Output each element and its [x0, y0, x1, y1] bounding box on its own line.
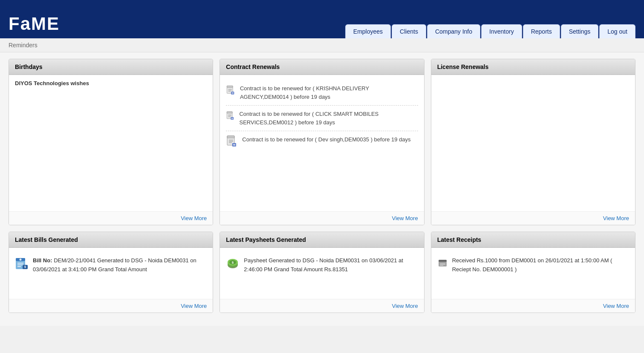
svg-rect-13 — [231, 117, 234, 120]
renewal-text-3: Contract is to be renewed for ( Dev sing… — [242, 135, 410, 144]
latest-bills-title: Latest Bills Generated — [15, 236, 78, 243]
renewal-doc-icon-1 — [226, 84, 236, 96]
nav-clients[interactable]: Clients — [392, 24, 426, 38]
bill-item-1: $ Bill No: DEM/20-21/0041 Generated to D… — [15, 253, 207, 278]
svg-rect-21 — [232, 143, 236, 146]
renewal-text-2: Contract is to be renewed for ( CLICK SM… — [239, 110, 418, 126]
contract-renewals-body: Contract is to be renewed for ( KRISHNA … — [220, 75, 424, 211]
renewal-text-1: Contract is to be renewed for ( KRISHNA … — [240, 84, 418, 101]
bill-text-1: Bill No: DEM/20-21/0041 Generated to DSG… — [33, 256, 207, 274]
latest-receipts-body: Received Rs.1000 from DEM0001 on 26/01/2… — [431, 248, 635, 299]
contract-renewals-title: Contract Renewals — [226, 63, 280, 70]
receipt-value: Received Rs.1000 from DEM0001 on 26/01/2… — [452, 257, 612, 273]
latest-bills-body: $ Bill No: DEM/20-21/0041 Generated to D… — [9, 248, 213, 299]
paysheet-item-1: $ Paysheet Generated to DSG - Noida DEM0… — [226, 253, 418, 278]
latest-bills-header: Latest Bills Generated — [9, 232, 213, 248]
nav-settings[interactable]: Settings — [561, 24, 599, 38]
renewal-doc-icon-3 — [226, 135, 238, 147]
bottom-cards-row: Latest Bills Generated $ Bill — [9, 232, 635, 313]
license-renewals-header: License Renewals — [431, 59, 635, 75]
license-renewals-footer: View More — [431, 211, 635, 225]
nav-inventory[interactable]: Inventory — [481, 24, 522, 38]
latest-receipts-title: Latest Receipts — [437, 236, 481, 243]
nav-reports[interactable]: Reports — [523, 24, 560, 38]
license-renewals-view-more[interactable]: View More — [603, 215, 629, 221]
receipt-icon — [437, 256, 448, 270]
top-cards-row: Birthdays DIYOS Technologies wishes View… — [9, 59, 635, 225]
latest-paysheets-view-more[interactable]: View More — [392, 303, 418, 309]
svg-rect-38 — [439, 260, 447, 262]
latest-bills-view-more[interactable]: View More — [181, 303, 207, 309]
license-renewals-title: License Renewals — [437, 63, 489, 70]
latest-paysheets-header: Latest Paysheets Generated — [220, 232, 424, 248]
birthdays-view-more[interactable]: View More — [181, 215, 207, 221]
contract-renewals-footer: View More — [220, 211, 424, 225]
birthdays-card-body: DIYOS Technologies wishes — [9, 75, 213, 211]
latest-receipts-view-more[interactable]: View More — [603, 303, 629, 309]
bill-icon: $ — [15, 256, 29, 270]
birthday-body-text: DIYOS Technologies wishes — [15, 80, 207, 86]
paysheet-text-1: Paysheet Generated to DSG - Noida DEM003… — [244, 256, 418, 274]
license-renewals-card: License Renewals View More — [431, 59, 635, 225]
birthdays-card: Birthdays DIYOS Technologies wishes View… — [9, 59, 213, 225]
bill-value: DEM/20-21/0041 Generated to DSG - Noida … — [33, 257, 196, 273]
latest-paysheets-body: $ Paysheet Generated to DSG - Noida DEM0… — [220, 248, 424, 299]
latest-receipts-header: Latest Receipts — [431, 232, 635, 248]
receipt-text-1: Received Rs.1000 from DEM0001 on 26/01/2… — [452, 256, 629, 274]
license-renewals-body — [431, 75, 635, 211]
contract-renewals-view-more[interactable]: View More — [392, 215, 418, 221]
main-nav: Employees Clients Company Info Inventory… — [344, 24, 635, 38]
renewal-item-2: Contract is to be renewed for ( CLICK SM… — [226, 106, 418, 131]
latest-paysheets-footer: View More — [220, 299, 424, 313]
svg-rect-9 — [227, 112, 233, 113]
renewal-item-3: Contract is to be renewed for ( Dev sing… — [226, 131, 418, 152]
latest-receipts-footer: View More — [431, 299, 635, 313]
nav-employees[interactable]: Employees — [345, 24, 391, 38]
latest-bills-card: Latest Bills Generated $ Bill — [9, 232, 213, 313]
birthdays-card-footer: View More — [9, 211, 213, 225]
svg-rect-1 — [227, 86, 233, 88]
reminders-section-label: Reminders — [0, 38, 644, 52]
latest-paysheets-card: Latest Paysheets Generated $ Paysheet Ge… — [219, 232, 424, 313]
svg-rect-5 — [231, 92, 234, 94]
svg-rect-17 — [227, 136, 234, 138]
paysheet-value: Paysheet Generated to DSG - Noida DEM003… — [244, 257, 403, 273]
contract-renewals-card: Contract Renewals Contract is to be rene — [219, 59, 424, 225]
header: FaME Employees Clients Company Info Inve… — [0, 0, 644, 38]
app-logo: FaME — [9, 14, 60, 38]
reminders-text: Reminders — [9, 42, 38, 49]
svg-point-26 — [20, 258, 22, 261]
svg-text:$: $ — [232, 261, 234, 264]
bill-label: Bill No: — [33, 257, 52, 264]
svg-text:$: $ — [24, 265, 26, 269]
main-content: Birthdays DIYOS Technologies wishes View… — [0, 52, 644, 326]
birthdays-card-header: Birthdays — [9, 59, 213, 75]
paysheet-icon: $ — [226, 256, 240, 270]
renewal-item-1: Contract is to be renewed for ( KRISHNA … — [226, 80, 418, 106]
latest-bills-footer: View More — [9, 299, 213, 313]
contract-renewals-header: Contract Renewals — [220, 59, 424, 75]
nav-logout[interactable]: Log out — [599, 24, 635, 38]
birthdays-title: Birthdays — [15, 63, 43, 70]
receipt-item-1: Received Rs.1000 from DEM0001 on 26/01/2… — [437, 253, 629, 278]
latest-receipts-card: Latest Receipts Received Rs.1000 from DE… — [431, 232, 635, 313]
renewal-doc-icon-2 — [226, 110, 235, 122]
nav-company-info[interactable]: Company Info — [427, 24, 480, 38]
latest-paysheets-title: Latest Paysheets Generated — [226, 236, 306, 243]
